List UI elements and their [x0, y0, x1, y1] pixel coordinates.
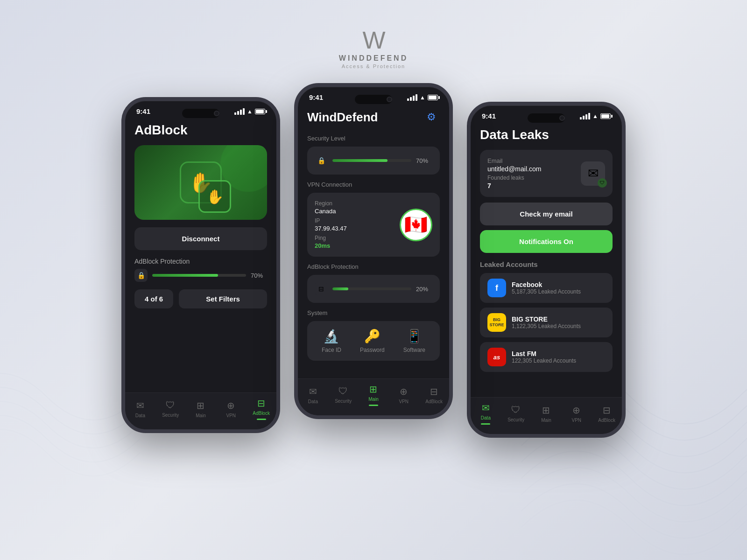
vpn-card: Region Canada IP 37.99.43.47 Ping 20ms 🇨… [307, 193, 440, 257]
signal-bar-2d [416, 94, 417, 101]
camera-3 [559, 115, 565, 121]
leaked-item-lastfm[interactable]: as Last FM 122,305 Leaked Accounts [480, 342, 613, 372]
hand-icon-front: ✋ [198, 180, 231, 213]
region-val: Canada [315, 208, 347, 215]
tab-security-icon-2: 🛡 [338, 386, 348, 397]
tab-vpn-icon-2: ⊕ [400, 386, 408, 397]
adblock-progress-bar [152, 274, 246, 277]
system-card: 🔬 Face ID 🔑 Password 📱 Software [307, 321, 440, 361]
tab-security-1[interactable]: 🛡 Security [159, 400, 182, 418]
tab-security-icon-1: 🛡 [166, 400, 175, 411]
lastfm-logo: as [487, 348, 506, 366]
set-filters-button[interactable]: Set Filters [179, 289, 267, 308]
tab-data-3[interactable]: ✉ Data [474, 402, 497, 425]
tab-main-label-3: Main [541, 418, 551, 423]
region-label: Region [315, 200, 347, 207]
tab-adblock-3[interactable]: ⊟ AdBlock [595, 405, 619, 423]
brand-name: WINDDEFEND [339, 54, 408, 63]
signal-bar-2a [407, 98, 409, 101]
tab-adblock-icon-3: ⊟ [603, 405, 611, 416]
system-grid: 🔬 Face ID 🔑 Password 📱 Software [315, 329, 432, 353]
tab-data-2[interactable]: ✉ Data [301, 386, 324, 404]
battery-3 [600, 113, 611, 119]
tab-vpn-label-1: VPN [226, 413, 236, 418]
adblock-banner: ✋ ✋ [134, 145, 267, 220]
tab-vpn-icon-3: ⊕ [572, 405, 580, 416]
status-icons-3: ▲ [580, 113, 611, 119]
status-icons-1: ▲ [234, 108, 265, 115]
disconnect-button[interactable]: Disconnect [134, 227, 267, 250]
filter-count-badge: 4 of 6 [134, 289, 173, 308]
tab-adblock-2[interactable]: ⊟ AdBlock [423, 386, 446, 404]
ping-val: 20ms [315, 242, 347, 249]
tab-data-icon-3: ✉ [482, 402, 490, 413]
hand-icon-wrapper: ✋ ✋ [180, 161, 222, 203]
adblock-label-2: AdBlock Protection [307, 263, 440, 270]
bigstore-logo: BIGSTORE [487, 313, 506, 332]
tab-adblock-label-1: AdBlock [253, 411, 270, 416]
tab-main-label-1: Main [196, 413, 206, 418]
system-item-software[interactable]: 📱 Software [403, 329, 425, 353]
system-label: System [307, 309, 440, 316]
phone-winddefend: 9:41 ▲ WindDefend ⚙ Security Level [294, 83, 453, 419]
phone-adblock: 9:41 ▲ AdBlock ✋ ✋ [121, 97, 280, 433]
facebook-name: Facebook [512, 281, 581, 288]
signal-bar-3 [240, 110, 242, 115]
phone-dataleaks: 9:41 ▲ Data Leaks Email untitled@mail.co… [467, 102, 626, 438]
wifi-icon-1: ▲ [247, 108, 253, 115]
security-progress-bar [332, 159, 411, 162]
security-level-row: 🔒 70% [315, 154, 432, 167]
logo-letter: W [362, 28, 384, 52]
adblock-progress-fill-2 [332, 287, 348, 290]
tab-adblock-indicator-1 [257, 419, 266, 420]
tab-data-icon-2: ✉ [309, 386, 317, 397]
tab-adblock-1[interactable]: ⊟ AdBlock [250, 398, 273, 420]
signal-bar-3b [583, 116, 585, 119]
tab-data-1[interactable]: ✉ Data [128, 400, 152, 418]
phones-container: 9:41 ▲ AdBlock ✋ ✋ [93, 97, 654, 438]
leaked-item-bigstore[interactable]: BIGSTORE BIG STORE 1,122,305 Leaked Acco… [480, 308, 613, 337]
check-email-button[interactable]: Check my email [480, 203, 613, 225]
tab-security-3[interactable]: 🛡 Security [504, 405, 528, 422]
tab-vpn-2[interactable]: ⊕ VPN [392, 386, 416, 404]
faceid-label: Face ID [322, 347, 341, 353]
adblock-card-2: ⊟ 20% [307, 275, 440, 303]
tab-main-3[interactable]: ⊞ Main [535, 405, 558, 423]
tab-data-label-3: Data [481, 415, 491, 420]
software-label: Software [403, 347, 425, 353]
status-icons-2: ▲ [407, 94, 438, 101]
logo-area: W WINDDEFEND Access & Protection [339, 28, 408, 69]
filters-section: 4 of 6 Set Filters [134, 289, 267, 308]
lastfm-count: 122,305 Leaked Accounts [512, 357, 576, 364]
camera-1 [214, 111, 219, 116]
battery-2 [428, 95, 438, 100]
tab-security-label-3: Security [507, 417, 524, 422]
tab-main-2[interactable]: ⊞ Main [362, 384, 385, 406]
signal-bar-2b [410, 97, 412, 101]
system-item-faceid[interactable]: 🔬 Face ID [322, 329, 341, 353]
shield-badge: 🛡 [598, 178, 607, 188]
tab-vpn-3[interactable]: ⊕ VPN [565, 405, 588, 423]
tab-security-label-2: Security [335, 399, 352, 404]
camera-2 [387, 97, 392, 102]
tab-data-label-2: Data [308, 399, 318, 404]
system-item-password[interactable]: 🔑 Password [360, 329, 385, 353]
tab-main-icon-1: ⊞ [197, 400, 204, 411]
tab-adblock-label-2: AdBlock [425, 399, 443, 404]
tab-main-1[interactable]: ⊞ Main [189, 400, 212, 418]
gear-button[interactable]: ⚙ [423, 109, 440, 126]
facebook-info: Facebook 5,187,305 Leaked Accounts [512, 281, 581, 295]
notifications-button[interactable]: Notifications On [480, 230, 613, 253]
faceid-icon: 🔬 [323, 329, 339, 344]
facebook-count: 5,187,305 Leaked Accounts [512, 288, 581, 295]
tab-security-2[interactable]: 🛡 Security [331, 386, 355, 404]
vpn-label: VPN Connection [307, 181, 440, 188]
tab-vpn-1[interactable]: ⊕ VPN [219, 400, 243, 418]
leaked-item-facebook[interactable]: f Facebook 5,187,305 Leaked Accounts [480, 273, 613, 303]
adblock-protection-label: AdBlock Protection [134, 258, 267, 265]
wifi-icon-2: ▲ [420, 94, 425, 101]
email-type-label: Email [487, 157, 541, 164]
tab-main-indicator-2 [369, 405, 378, 406]
signal-bar-3c [585, 114, 587, 119]
tab-data-indicator-3 [481, 423, 490, 425]
